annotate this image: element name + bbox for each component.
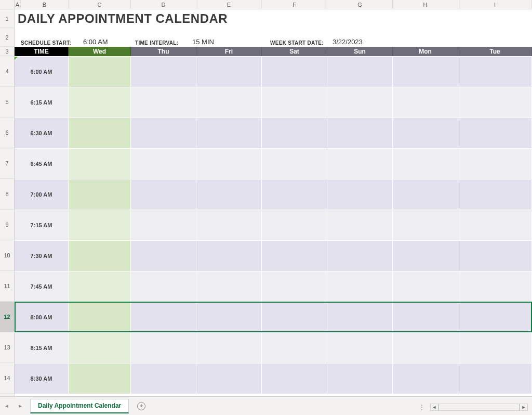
row-header-10[interactable]: 10 xyxy=(0,240,14,271)
time-cell[interactable]: 6:00 AM xyxy=(15,57,69,87)
appointment-cell[interactable] xyxy=(196,241,262,271)
appointment-cell[interactable] xyxy=(196,333,262,363)
col-header-g[interactable]: G xyxy=(327,0,393,9)
appointment-cell[interactable] xyxy=(393,87,458,118)
week-start-value[interactable]: 3/22/2023 xyxy=(332,38,395,46)
row-header-11[interactable]: 11 xyxy=(0,271,14,302)
row-header-8[interactable]: 8 xyxy=(0,179,14,210)
appointment-cell[interactable] xyxy=(196,302,262,332)
appointment-cell[interactable] xyxy=(458,118,532,148)
tab-bar-menu-icon[interactable]: ⋮ xyxy=(419,404,426,411)
tab-nav-next[interactable]: ► xyxy=(14,397,27,416)
col-header-c[interactable]: C xyxy=(69,0,131,9)
appointment-cell[interactable] xyxy=(69,149,131,179)
appointment-cell[interactable] xyxy=(262,57,327,87)
row-header-9[interactable]: 9 xyxy=(0,210,14,240)
row-header-4[interactable]: 4 xyxy=(0,56,14,87)
tab-nav-prev[interactable]: ◄ xyxy=(0,397,14,416)
time-cell[interactable]: 7:00 AM xyxy=(15,179,69,210)
appointment-cell[interactable] xyxy=(458,241,532,271)
appointment-cell[interactable] xyxy=(327,179,393,210)
col-header-i[interactable]: I xyxy=(458,0,532,9)
appointment-cell[interactable] xyxy=(393,333,458,363)
appointment-cell[interactable] xyxy=(196,87,262,118)
appointment-cell[interactable] xyxy=(131,364,196,394)
row-header-7[interactable]: 7 xyxy=(0,148,14,179)
appointment-cell[interactable] xyxy=(262,118,327,148)
col-header-f[interactable]: F xyxy=(262,0,327,9)
appointment-cell[interactable] xyxy=(393,210,458,240)
schedule-start-value[interactable]: 6:00 AM xyxy=(83,38,135,46)
appointment-cell[interactable] xyxy=(327,57,393,87)
appointment-cell[interactable] xyxy=(458,210,532,240)
appointment-cell[interactable] xyxy=(131,241,196,271)
appointment-cell[interactable] xyxy=(327,333,393,363)
appointment-cell[interactable] xyxy=(458,333,532,363)
hscroll-right-button[interactable]: ► xyxy=(520,404,528,411)
time-cell[interactable]: 6:45 AM xyxy=(15,149,69,179)
appointment-cell[interactable] xyxy=(458,302,532,332)
appointment-cell[interactable] xyxy=(196,118,262,148)
row-header-1[interactable]: 1 xyxy=(0,9,14,28)
row-header-5[interactable]: 5 xyxy=(0,87,14,118)
row-header-12[interactable]: 12 xyxy=(0,302,14,332)
appointment-cell[interactable] xyxy=(262,271,327,302)
appointment-cell[interactable] xyxy=(327,271,393,302)
row-header-3[interactable]: 3 xyxy=(0,47,14,56)
row-header-13[interactable]: 13 xyxy=(0,332,14,363)
appointment-cell[interactable] xyxy=(196,179,262,210)
appointment-cell[interactable] xyxy=(262,333,327,363)
appointment-cell[interactable] xyxy=(327,302,393,332)
select-all-corner[interactable] xyxy=(0,0,15,9)
appointment-cell[interactable] xyxy=(69,333,131,363)
appointment-cell[interactable] xyxy=(196,364,262,394)
appointment-cell[interactable] xyxy=(196,210,262,240)
col-header-d[interactable]: D xyxy=(131,0,196,9)
appointment-cell[interactable] xyxy=(262,210,327,240)
appointment-cell[interactable] xyxy=(262,179,327,210)
col-header-e[interactable]: E xyxy=(196,0,262,9)
appointment-cell[interactable] xyxy=(327,241,393,271)
appointment-cell[interactable] xyxy=(131,179,196,210)
col-header-a[interactable]: A xyxy=(15,0,21,9)
appointment-cell[interactable] xyxy=(458,179,532,210)
appointment-cell[interactable] xyxy=(458,364,532,394)
appointment-cell[interactable] xyxy=(327,210,393,240)
appointment-cell[interactable] xyxy=(69,87,131,118)
appointment-cell[interactable] xyxy=(69,364,131,394)
row-header-6[interactable]: 6 xyxy=(0,118,14,148)
appointment-cell[interactable] xyxy=(131,271,196,302)
time-interval-value[interactable]: 15 MIN xyxy=(192,38,270,46)
row-header-14[interactable]: 14 xyxy=(0,363,14,394)
appointment-cell[interactable] xyxy=(196,271,262,302)
appointment-cell[interactable] xyxy=(262,87,327,118)
worksheet-area[interactable]: DAILY APPOINTMENT CALENDAR SCHEDULE STAR… xyxy=(15,9,532,396)
appointment-cell[interactable] xyxy=(69,302,131,332)
appointment-cell[interactable] xyxy=(69,179,131,210)
appointment-cell[interactable] xyxy=(69,271,131,302)
appointment-cell[interactable] xyxy=(393,149,458,179)
appointment-cell[interactable] xyxy=(458,271,532,302)
col-header-b[interactable]: B xyxy=(21,0,69,9)
sheet-tab-active[interactable]: Daily Appointment Calendar xyxy=(30,399,129,413)
appointment-cell[interactable] xyxy=(327,118,393,148)
appointment-cell[interactable] xyxy=(393,179,458,210)
appointment-cell[interactable] xyxy=(393,271,458,302)
appointment-cell[interactable] xyxy=(458,87,532,118)
appointment-cell[interactable] xyxy=(69,210,131,240)
row-header-2[interactable]: 2 xyxy=(0,28,14,47)
appointment-cell[interactable] xyxy=(327,87,393,118)
time-cell[interactable]: 8:00 AM xyxy=(15,302,69,332)
add-sheet-button[interactable]: + xyxy=(134,399,149,413)
appointment-cell[interactable] xyxy=(131,210,196,240)
col-header-h[interactable]: H xyxy=(393,0,458,9)
appointment-cell[interactable] xyxy=(131,57,196,87)
appointment-cell[interactable] xyxy=(69,57,131,87)
appointment-cell[interactable] xyxy=(262,149,327,179)
time-cell[interactable]: 6:30 AM xyxy=(15,118,69,148)
time-cell[interactable]: 7:15 AM xyxy=(15,210,69,240)
time-cell[interactable]: 8:30 AM xyxy=(15,364,69,394)
appointment-cell[interactable] xyxy=(131,149,196,179)
appointment-cell[interactable] xyxy=(262,241,327,271)
appointment-cell[interactable] xyxy=(196,149,262,179)
